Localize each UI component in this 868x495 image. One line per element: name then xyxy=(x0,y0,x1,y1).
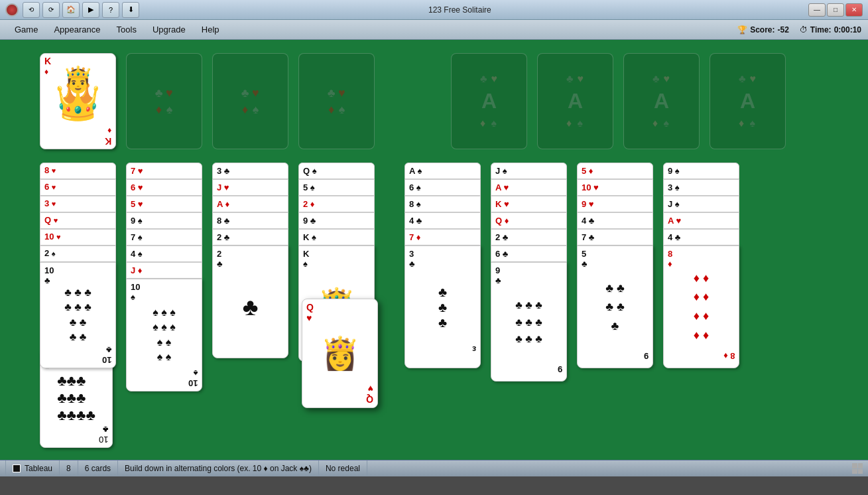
rule-label: Build down in alternating colors (ex. 10… xyxy=(125,464,312,473)
redeal-label: No redeal xyxy=(326,464,360,473)
foundation-3[interactable]: ♣ ♥ A ♦ ♠ xyxy=(623,53,700,149)
toolbar-btn-4[interactable]: ▶ xyxy=(82,2,99,18)
app-icon xyxy=(5,3,19,17)
foundation-1[interactable]: ♣ ♥ A ♦ ♠ xyxy=(451,53,527,149)
time-display: ⏱ Time: 0:00:10 xyxy=(800,25,861,35)
scorebar: 🏆 Score: -52 ⏱ Time: 0:00:10 xyxy=(737,21,861,38)
status-bar: Tableau 8 6 cards Build down in alternat… xyxy=(0,460,868,476)
foundation-4[interactable]: ♣ ♥ A ♦ ♠ xyxy=(710,53,786,149)
cards-label: 6 cards xyxy=(85,464,111,473)
status-rule: Build down in alternating colors (ex. 10… xyxy=(118,460,319,476)
card-rank-bottom: K♦ xyxy=(105,125,111,146)
minimize-button[interactable]: — xyxy=(808,3,826,17)
status-columns: 8 xyxy=(60,460,78,476)
toolbar-btn-3[interactable]: 🏠 xyxy=(62,2,80,18)
toolbar-btn-6[interactable]: ⬇ xyxy=(122,2,139,18)
toolbar-btn-5[interactable]: ? xyxy=(102,2,119,18)
waste-pile-1[interactable]: ♣♥ ♦♠ xyxy=(126,53,202,149)
titlebar-left: ⟲ ⟳ 🏠 ▶ ? ⬇ 123 Free Solitaire xyxy=(5,2,491,18)
foundation-2[interactable]: ♣ ♥ A ♦ ♠ xyxy=(537,53,613,149)
score-label: Score: xyxy=(750,25,775,35)
gametype-label: Tableau xyxy=(25,464,52,473)
status-redeal: No redeal xyxy=(319,460,367,476)
stock-king-diamonds[interactable]: K♦ K♦ 👑 🤴 xyxy=(40,53,116,149)
menu-tools[interactable]: Tools xyxy=(109,23,145,36)
close-button[interactable]: ✕ xyxy=(845,3,863,17)
dragged-queen-hearts[interactable]: Q♥ 👸 Q♥ xyxy=(302,299,378,408)
score-value: -52 xyxy=(777,25,788,35)
toolbar-btn-2[interactable]: ⟳ xyxy=(42,2,60,18)
waste-pile-3[interactable]: ♣♥ ♦♠ xyxy=(298,53,375,149)
game-area: K♦ K♦ 👑 🤴 ♣♥ ♦♠ ♣♥ ♦♠ ♣♥ ♦♠ ♣ ♥ A ♦ ♠ xyxy=(0,40,868,460)
title-bar: ⟲ ⟳ 🏠 ▶ ? ⬇ 123 Free Solitaire — □ ✕ xyxy=(0,0,868,20)
score-display: 🏆 Score: -52 xyxy=(737,25,789,35)
menu-game[interactable]: Game xyxy=(7,23,46,36)
menu-upgrade[interactable]: Upgrade xyxy=(145,23,194,36)
toolbar-btn-1[interactable]: ⟲ xyxy=(23,2,40,18)
time-label: Time: xyxy=(810,25,832,35)
menu-appearance[interactable]: Appearance xyxy=(46,23,108,36)
resize-grip[interactable] xyxy=(852,463,863,474)
card-rank-top: K♦ xyxy=(44,56,51,77)
status-gametype: Tableau xyxy=(5,460,60,476)
maximize-button[interactable]: □ xyxy=(827,3,844,17)
columns-value: 8 xyxy=(66,464,71,473)
time-value: 0:00:10 xyxy=(834,25,861,35)
window-title: 123 Free Solitaire xyxy=(428,5,491,15)
menu-help[interactable]: Help xyxy=(194,23,227,36)
waste-pile-2[interactable]: ♣♥ ♦♠ xyxy=(212,53,288,149)
status-cards: 6 cards xyxy=(78,460,118,476)
window-controls: — □ ✕ xyxy=(808,3,863,17)
